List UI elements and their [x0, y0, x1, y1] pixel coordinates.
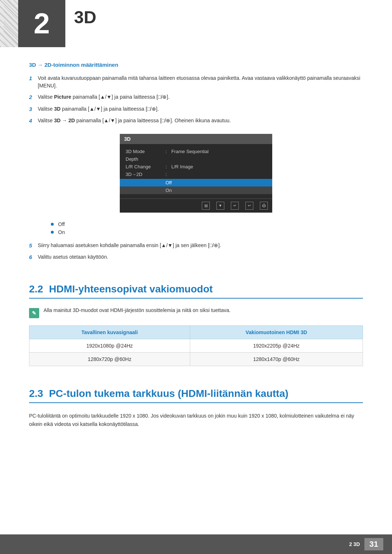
table-cell-hdmi3d-2: 1280x1470p @60Hz [190, 352, 363, 366]
note-icon: ✎ [29, 308, 39, 318]
note-box: ✎ Alla mainitut 3D-muodot ovat HDMI-järj… [29, 307, 363, 318]
table-header-hdmi3d: Vakiomuotoinen HDMI 3D [190, 325, 363, 339]
osd-option-on: On [120, 186, 272, 194]
step-6: 6 Valittu asetus otetaan käyttöön. [29, 253, 363, 262]
steps-list: 1 Voit avata kuvaruutuoppaan painamalla … [29, 74, 363, 125]
bullet-on: On [51, 229, 363, 235]
chapter-number: 2 [18, 0, 65, 47]
step-1: 1 Voit avata kuvaruutuoppaan painamalla … [29, 74, 363, 90]
osd-bottom-bar: ▤ ▼ ↵ ↩ ⏻ [120, 198, 272, 213]
section-2-3-header: 2.3 PC-tulon tukema tarkkuus (HDMI-liitä… [29, 388, 363, 403]
osd-screenshot: 3D 3D Mode : Frame Sequential Depth L/R … [29, 134, 363, 213]
bullet-dot-off [51, 223, 54, 226]
osd-box: 3D 3D Mode : Frame Sequential Depth L/R … [120, 134, 272, 213]
steps-list-continued: 5 Siirry haluamasi asetuksen kohdalle pa… [29, 242, 363, 262]
table-cell-hdmi3d-1: 1920x2205p @24Hz [190, 339, 363, 352]
section-3d-2d-title: 3D → 2D-toiminnon määrittäminen [29, 62, 363, 68]
step-4: 4 Valitse 3D → 2D painamalla [▲/▼] ja pa… [29, 117, 363, 125]
step-2: 2 Valitse Picture painamalla [▲/▼] ja pa… [29, 93, 363, 102]
step-3: 3 Valitse 3D painamalla [▲/▼] ja paina l… [29, 105, 363, 114]
chapter-title: 3D [74, 7, 96, 47]
osd-icon-arrows: ▼ [216, 202, 224, 210]
step-2-text: Valitse Picture painamalla [▲/▼] ja pain… [38, 93, 363, 102]
section-2-2-header: 2.2 HDMI-yhteensopivat vakiomuodot [29, 283, 363, 299]
compatibility-table: Tavallinen kuvasignaali Vakiomuotoinen H… [29, 325, 363, 366]
bullet-dot-on [51, 231, 54, 234]
page-footer: 2 3D 31 [0, 534, 392, 554]
bullet-options: Off On [51, 221, 363, 235]
osd-title: 3D [120, 134, 272, 144]
osd-icon-power: ⏻ [260, 202, 268, 210]
footer-page-number: 31 [364, 538, 383, 550]
osd-dropdown: Off On [120, 179, 272, 194]
bullet-off: Off [51, 221, 363, 227]
table-header-signal: Tavallinen kuvasignaali [29, 325, 190, 339]
osd-icon-back: ↩ [245, 202, 253, 210]
osd-option-off: Off [120, 179, 272, 186]
osd-icon-menu: ▤ [202, 202, 210, 210]
osd-row-3d2d: 3D→2D : [120, 171, 272, 178]
footer-chapter-label: 2 3D [349, 541, 360, 547]
chapter-header: 2 3D [0, 0, 392, 47]
table-row: 1280x720p @60Hz 1280x1470p @60Hz [29, 352, 363, 366]
step-3-text: Valitse 3D painamalla [▲/▼] ja paina lai… [38, 105, 363, 114]
section-2-3-body: PC-tuloliitäntä on optimoitu tarkkuudell… [29, 412, 363, 429]
table-cell-signal-1: 1920x1080p @24Hz [29, 339, 190, 352]
osd-row-3dmode: 3D Mode : Frame Sequential [120, 148, 272, 155]
osd-icon-enter: ↵ [231, 202, 239, 210]
osd-content: 3D Mode : Frame Sequential Depth L/R Cha… [120, 144, 272, 198]
main-content: 3D → 2D-toiminnon määrittäminen 1 Voit a… [0, 62, 392, 461]
osd-row-depth: Depth [120, 155, 272, 163]
table-row: 1920x1080p @24Hz 1920x2205p @24Hz [29, 339, 363, 352]
step-4-text: Valitse 3D → 2D painamalla [▲/▼] ja pain… [38, 117, 363, 125]
osd-row-lrchange: L/R Change : L/R Image [120, 163, 272, 171]
table-cell-signal-2: 1280x720p @60Hz [29, 352, 190, 366]
step-5: 5 Siirry haluamasi asetuksen kohdalle pa… [29, 242, 363, 250]
